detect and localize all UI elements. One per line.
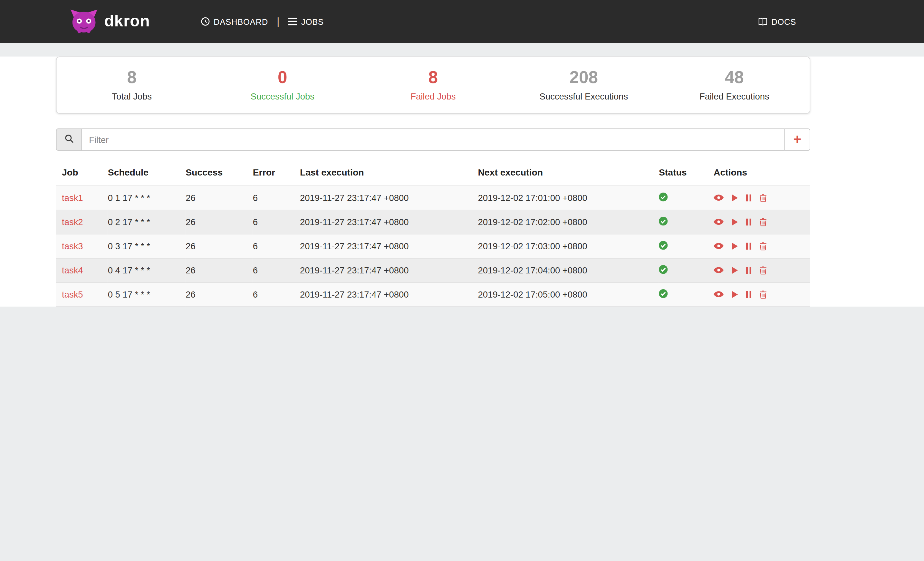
show-job-icon[interactable]	[714, 219, 724, 225]
stat-total-jobs-value: 8	[57, 69, 207, 86]
stat-successful-jobs-label: Successful Jobs	[207, 91, 358, 102]
job-link[interactable]: task1	[62, 193, 83, 203]
job-next-execution: 2019-12-02 17:02:00 +0800	[478, 209, 659, 234]
delete-job-icon[interactable]	[760, 242, 767, 250]
nav-dashboard[interactable]: DASHBOARD	[201, 17, 268, 26]
job-row: task1 0 1 17 * * * 26 6 2019-11-27 23:17…	[56, 186, 810, 209]
column-header-schedule: Schedule	[108, 160, 186, 186]
list-icon	[288, 18, 297, 25]
run-job-icon[interactable]	[732, 242, 738, 250]
job-error-count: 6	[253, 282, 300, 306]
job-actions	[714, 234, 810, 257]
show-job-icon[interactable]	[714, 243, 724, 249]
job-error-count: 6	[253, 306, 300, 307]
job-success-count: 26	[186, 186, 253, 209]
job-link[interactable]: task4	[62, 265, 83, 275]
job-row: task3 0 3 17 * * * 26 6 2019-11-27 23:17…	[56, 234, 810, 258]
delete-job-icon[interactable]	[760, 193, 767, 202]
nav-jobs-label: JOBS	[301, 17, 324, 26]
nav-jobs[interactable]: JOBS	[288, 17, 324, 26]
job-success-count: 26	[186, 282, 253, 306]
job-row: task2 0 2 17 * * * 26 6 2019-11-27 23:17…	[56, 209, 810, 234]
stats-card: 8 Total Jobs 0 Successful Jobs 8 Failed …	[56, 57, 810, 114]
pause-job-icon[interactable]	[746, 218, 752, 226]
job-next-execution: 2019-12-02 17:04:00 +0800	[478, 258, 659, 282]
pause-job-icon[interactable]	[746, 194, 752, 201]
job-actions	[714, 186, 810, 209]
top-navbar: dkron DASHBOARD | JOBS	[0, 0, 924, 43]
status-success-icon	[659, 241, 668, 249]
job-last-execution: 2019-11-27 23:17:47 +0800	[300, 209, 478, 234]
job-success-count: 26	[186, 209, 253, 234]
job-error-count: 6	[253, 186, 300, 209]
brand[interactable]: dkron	[70, 8, 150, 35]
run-job-icon[interactable]	[732, 291, 738, 298]
pause-job-icon[interactable]	[746, 242, 752, 250]
stat-successful-executions-value: 208	[508, 69, 659, 86]
filter-bar: +	[56, 129, 810, 151]
column-header-status: Status	[659, 160, 714, 186]
delete-job-icon[interactable]	[760, 218, 767, 226]
run-job-icon[interactable]	[732, 267, 738, 274]
job-error-count: 6	[253, 209, 300, 234]
search-icon	[64, 134, 73, 145]
main-content: 8 Total Jobs 0 Successful Jobs 8 Failed …	[0, 57, 924, 307]
run-job-icon[interactable]	[732, 218, 738, 226]
add-job-button[interactable]: +	[784, 129, 810, 151]
job-success-count: 26	[186, 306, 253, 307]
app: dkron DASHBOARD | JOBS	[0, 0, 924, 307]
job-next-execution: 2019-12-02 17:05:00 +0800	[478, 282, 659, 306]
job-last-execution: 2019-11-27 23:17:47 +0800	[300, 186, 478, 209]
delete-job-icon[interactable]	[760, 290, 767, 299]
job-schedule: 0 2 17 * * *	[108, 209, 186, 234]
nav-dashboard-label: DASHBOARD	[214, 17, 268, 26]
column-header-job: Job	[56, 160, 108, 186]
job-last-execution: 2019-11-27 23:17:47 +0800	[300, 306, 478, 307]
stat-total-jobs: 8 Total Jobs	[57, 69, 207, 102]
job-link[interactable]: task5	[62, 289, 83, 299]
delete-job-icon[interactable]	[760, 266, 767, 274]
dkron-logo-icon	[70, 8, 98, 35]
stat-successful-jobs-value: 0	[207, 69, 358, 86]
pause-job-icon[interactable]	[746, 267, 752, 274]
job-last-execution: 2019-11-27 23:17:47 +0800	[300, 258, 478, 282]
show-job-icon[interactable]	[714, 291, 724, 298]
table-header-row: Job Schedule Success Error Last executio…	[56, 160, 810, 186]
filter-input[interactable]	[82, 129, 784, 151]
job-success-count: 26	[186, 258, 253, 282]
column-header-actions: Actions	[714, 160, 810, 186]
nav-docs[interactable]: DOCS	[758, 17, 796, 26]
job-last-execution: 2019-11-27 23:17:47 +0800	[300, 234, 478, 258]
navbar-inner: dkron DASHBOARD | JOBS	[56, 0, 810, 43]
status-success-icon	[659, 192, 668, 201]
stat-failed-jobs-label: Failed Jobs	[358, 91, 509, 102]
stat-failed-executions-value: 48	[659, 69, 810, 86]
job-next-execution: 2019-12-02 17:00:00 +0800	[478, 306, 659, 307]
job-schedule: 0 5 17 * * *	[108, 282, 186, 306]
column-header-success: Success	[186, 160, 253, 186]
job-schedule: 0 4 17 * * *	[108, 258, 186, 282]
nav-links: DASHBOARD | JOBS	[201, 15, 324, 27]
job-actions	[714, 210, 810, 233]
status-success-icon	[659, 216, 668, 225]
search-button[interactable]	[56, 129, 82, 151]
job-link[interactable]: task2	[62, 217, 83, 227]
nav-separator: |	[277, 15, 279, 27]
job-last-execution: 2019-11-27 23:17:47 +0800	[300, 282, 478, 306]
job-actions	[714, 283, 810, 306]
stat-failed-executions-label: Failed Executions	[659, 91, 810, 102]
job-row: task6 0 0 17 * * * 26 6 2019-11-27 23:17…	[56, 306, 810, 307]
job-next-execution: 2019-12-02 17:03:00 +0800	[478, 234, 659, 258]
column-header-last-execution: Last execution	[300, 160, 478, 186]
show-job-icon[interactable]	[714, 267, 724, 274]
job-row: task5 0 5 17 * * * 26 6 2019-11-27 23:17…	[56, 282, 810, 306]
pause-job-icon[interactable]	[746, 291, 752, 298]
job-link[interactable]: task3	[62, 241, 83, 251]
brand-name: dkron	[104, 12, 150, 31]
status-success-icon	[659, 289, 668, 298]
stat-failed-jobs-value: 8	[358, 69, 509, 86]
column-header-next-execution: Next execution	[478, 160, 659, 186]
run-job-icon[interactable]	[732, 194, 738, 201]
job-success-count: 26	[186, 234, 253, 258]
show-job-icon[interactable]	[714, 194, 724, 201]
